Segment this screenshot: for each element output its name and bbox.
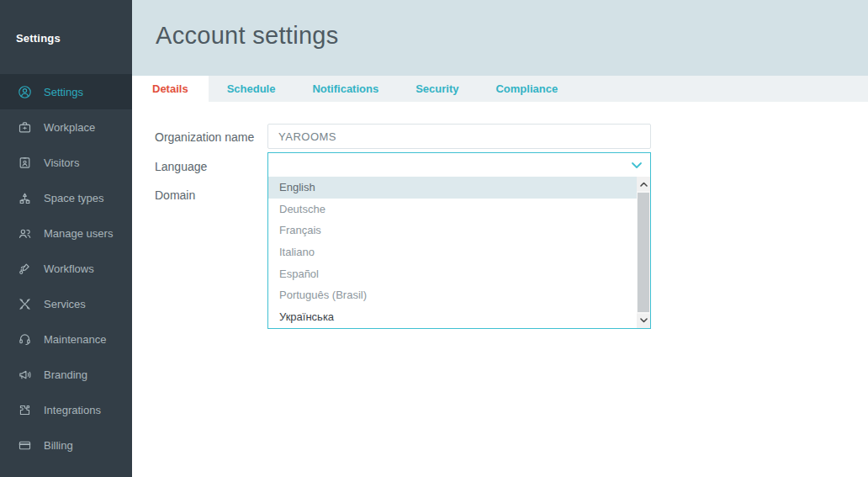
tab-notifications[interactable]: Notifications (294, 76, 397, 102)
sidebar-item-workflows[interactable]: Workflows (0, 251, 132, 286)
sidebar-title: Settings (0, 0, 132, 45)
sidebar-item-label: Settings (44, 86, 83, 98)
language-option-italiano[interactable]: Italiano (268, 241, 637, 263)
sidebar-item-label: Integrations (44, 404, 101, 416)
sidebar-item-branding[interactable]: Branding (0, 357, 132, 392)
sidebar-item-label: Maintenance (44, 333, 106, 346)
organization-name-label: Organization name (155, 130, 254, 144)
sidebar-item-label: Services (44, 298, 86, 310)
sidebar-item-workplace[interactable]: Workplace (0, 109, 132, 145)
sidebar: Settings Settings Workplace Visitors (0, 0, 132, 477)
workflow-icon (17, 261, 33, 277)
credit-card-icon (17, 437, 33, 453)
id-badge-icon (17, 155, 33, 171)
domain-label: Domain (155, 188, 195, 202)
sidebar-item-billing[interactable]: Billing (0, 427, 132, 463)
sidebar-item-services[interactable]: Services (0, 286, 132, 321)
hierarchy-icon (17, 190, 33, 206)
sidebar-item-label: Manage users (44, 227, 113, 240)
scroll-down-icon[interactable] (637, 314, 650, 328)
sidebar-item-label: Visitors (44, 156, 79, 169)
sidebar-item-label: Billing (44, 439, 73, 452)
sidebar-item-manage-users[interactable]: Manage users (0, 215, 132, 251)
language-option-portugues[interactable]: Português (Brasil) (268, 284, 637, 306)
language-option-english[interactable]: English (268, 177, 637, 199)
sidebar-item-visitors[interactable]: Visitors (0, 145, 132, 180)
page-title: Account settings (132, 0, 868, 50)
users-icon (17, 225, 33, 241)
tab-details[interactable]: Details (132, 76, 209, 102)
language-option-espanol[interactable]: Español (268, 263, 637, 285)
sidebar-item-label: Branding (44, 368, 87, 381)
sidebar-item-maintenance[interactable]: Maintenance (0, 321, 132, 357)
headset-icon (17, 331, 33, 347)
sidebar-item-label: Workplace (44, 121, 95, 134)
language-select[interactable] (268, 153, 650, 177)
puzzle-icon (17, 402, 33, 418)
chevron-down-icon[interactable] (630, 159, 643, 171)
organization-name-input[interactable] (267, 124, 651, 149)
language-option-ukrainska[interactable]: Українська (268, 306, 637, 328)
briefcase-icon (17, 119, 33, 135)
megaphone-icon (17, 367, 33, 383)
sidebar-item-label: Space types (44, 192, 104, 204)
sidebar-item-label: Workflows (44, 262, 94, 275)
user-circle-icon (17, 84, 33, 100)
page-header: Account settings (132, 0, 868, 76)
sidebar-item-settings[interactable]: Settings (0, 74, 132, 109)
sidebar-nav: Settings Workplace Visitors Space types (0, 74, 132, 463)
app-window: Settings Settings Workplace Visitors (0, 0, 868, 477)
dropdown-scrollbar[interactable] (637, 177, 650, 328)
language-option-francais[interactable]: Français (268, 220, 637, 241)
scrollbar-thumb[interactable] (638, 193, 649, 312)
tools-icon (17, 296, 33, 312)
tab-compliance[interactable]: Compliance (477, 76, 576, 102)
language-label: Language (155, 160, 207, 173)
tab-schedule[interactable]: Schedule (209, 76, 294, 102)
language-option-deutsche[interactable]: Deutsche (268, 199, 637, 220)
tab-bar: Details Schedule Notifications Security … (132, 76, 868, 102)
details-form: Organization name Language Domain Englis… (132, 102, 868, 477)
tab-security[interactable]: Security (397, 76, 477, 102)
language-option-list: English Deutsche Français Italiano Españ… (268, 177, 650, 328)
sidebar-item-integrations[interactable]: Integrations (0, 392, 132, 427)
scroll-up-icon[interactable] (637, 177, 650, 191)
language-select-dropdown: English Deutsche Français Italiano Españ… (267, 152, 651, 329)
sidebar-item-space-types[interactable]: Space types (0, 180, 132, 215)
